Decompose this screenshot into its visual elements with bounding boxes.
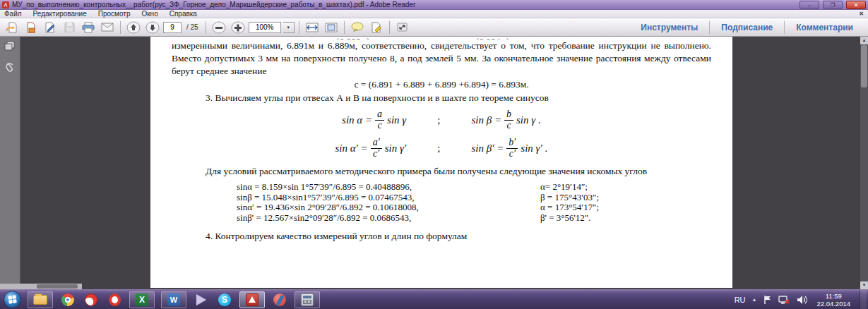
page-thumbnails-icon[interactable] xyxy=(4,41,16,51)
taskbar-media-player-button[interactable] xyxy=(193,291,210,308)
paragraph-step4: 4. Контролируем качество измерений углов… xyxy=(172,230,711,243)
fit-page-button[interactable] xyxy=(323,20,340,35)
word-icon: W xyxy=(167,293,180,306)
taskbar-excel-button[interactable]: X xyxy=(129,291,155,308)
toolbar-separator xyxy=(299,21,299,34)
chrome-icon xyxy=(61,293,74,306)
menu-window[interactable]: Окно xyxy=(141,10,157,18)
navigation-pane xyxy=(0,37,20,289)
close-button[interactable]: ✕ xyxy=(846,1,866,9)
adobe-reader-icon xyxy=(246,293,258,306)
minimize-button[interactable]: – xyxy=(799,1,819,9)
network-status-icon[interactable] xyxy=(778,295,790,305)
page-up-icon xyxy=(126,21,141,34)
print-icon xyxy=(82,22,95,33)
formula-rhs: sin γ xyxy=(516,114,535,126)
calc-line: sinα = 8.159×sin 1°57'39″/6.895 = 0.4048… xyxy=(237,182,711,193)
menubar-close-icon[interactable]: ✕ xyxy=(859,11,864,17)
taskbar-ccleaner-button[interactable] xyxy=(271,291,288,308)
email-button[interactable] xyxy=(99,20,116,35)
scroll-up-icon[interactable]: ▲ xyxy=(860,37,868,44)
document-page: полученных на поверхности (6.899м) и в ш… xyxy=(150,37,732,288)
zoom-out-icon xyxy=(212,21,226,34)
taskbar-skype-button[interactable]: S xyxy=(216,291,233,308)
formula-row-surface: sin α = ac sin γ ; sin β = bc sin γ . xyxy=(172,107,711,133)
taskbar-opera-button[interactable] xyxy=(106,291,123,308)
clock-time: 11:59 xyxy=(826,292,842,300)
print-button[interactable] xyxy=(80,20,97,35)
fraction: ac xyxy=(375,109,384,131)
page-down-icon xyxy=(145,21,160,34)
explorer-folder-icon xyxy=(33,295,47,305)
save-button[interactable] xyxy=(61,20,78,35)
menubar: Файл Редактирование Просмотр Окно Справк… xyxy=(0,10,868,18)
zoom-in-icon xyxy=(231,21,245,34)
toolbar-separator xyxy=(389,21,390,34)
taskbar-adobe-reader-button[interactable] xyxy=(239,291,265,308)
taskbar: X W S RU ▲ 11:59 22.04.2014 xyxy=(0,289,868,309)
taskbar-explorer-button[interactable] xyxy=(28,291,53,308)
comment-button[interactable] xyxy=(349,20,366,35)
sign-panel-button[interactable]: Подписание xyxy=(710,18,784,36)
zoom-out-button[interactable] xyxy=(210,20,227,35)
clock-date: 22.04.2014 xyxy=(816,300,850,308)
hidden-icons-button[interactable]: ▲ xyxy=(752,297,757,302)
comments-panel-button[interactable]: Комментарии xyxy=(785,18,864,36)
zoom-dropdown-button[interactable]: ▼ xyxy=(283,22,295,33)
media-player-icon xyxy=(196,294,206,305)
create-pdf-button[interactable] xyxy=(23,20,40,35)
start-button[interactable] xyxy=(4,291,21,308)
reader-area: полученных на поверхности (6.899м) и в ш… xyxy=(0,37,868,289)
toolbar-separator xyxy=(206,21,206,34)
language-indicator[interactable]: RU xyxy=(735,296,746,304)
fraction: b′c′ xyxy=(506,138,518,159)
taskbar-calculator-button[interactable] xyxy=(295,291,320,308)
sign-document-button[interactable] xyxy=(42,20,59,35)
sign-icon xyxy=(44,22,56,33)
page-number-input[interactable] xyxy=(163,22,182,33)
calculator-icon xyxy=(301,293,314,306)
menu-help[interactable]: Справка xyxy=(170,10,197,18)
action-center-flag-icon[interactable] xyxy=(763,295,772,305)
fullscreen-button[interactable] xyxy=(394,20,411,35)
taskbar-yandex-button[interactable] xyxy=(83,291,100,308)
scroll-down-icon[interactable]: ▼ xyxy=(860,281,868,289)
calc-line: sinβ' = 12.567×sin2°09′28″/6.892 = 0.068… xyxy=(237,213,711,224)
excel-icon: X xyxy=(136,293,148,306)
tools-panel-button[interactable]: Инструменты xyxy=(629,18,709,36)
next-page-button[interactable] xyxy=(144,20,161,35)
taskbar-chrome-button[interactable] xyxy=(59,291,76,308)
show-desktop-button[interactable] xyxy=(860,290,867,309)
formula-rhs: sin γ′ xyxy=(521,143,542,154)
scrollbar-thumb[interactable] xyxy=(37,284,78,289)
formula-average-c: с = (6.891 + 6.889 + 6.899 +6.894) = 6.8… xyxy=(172,79,711,90)
vertical-scrollbar[interactable]: ▲ ▼ xyxy=(860,37,868,289)
previous-page-button[interactable] xyxy=(125,20,142,35)
open-file-button[interactable] xyxy=(4,20,20,35)
fit-width-button[interactable] xyxy=(304,20,321,35)
toolbar-panels: Инструменты Подписание Комментарии xyxy=(629,18,864,36)
zoom-in-button[interactable] xyxy=(230,20,246,35)
email-icon xyxy=(101,23,114,32)
formula-lhs: sin α′ = xyxy=(335,143,367,154)
toolbar: / 25 100% ▼ Инструменты Подпи xyxy=(0,18,868,37)
attachments-paperclip-icon[interactable] xyxy=(5,61,15,75)
horizontal-scrollbar[interactable] xyxy=(0,284,82,289)
scrollbar-thumb[interactable] xyxy=(861,45,867,87)
menu-file[interactable]: Файл xyxy=(4,10,22,18)
restore-button[interactable]: ❐ xyxy=(823,1,843,9)
volume-icon[interactable] xyxy=(797,295,807,305)
formula-rhs: sin γ xyxy=(387,114,406,126)
menu-edit[interactable]: Редактирование xyxy=(33,10,87,18)
expand-arrows-icon xyxy=(397,23,408,32)
taskbar-clock[interactable]: 11:59 22.04.2014 xyxy=(816,292,850,308)
taskbar-word-button[interactable]: W xyxy=(161,291,186,308)
calculation-block: sinα = 8.159×sin 1°57'39″/6.895 = 0.4048… xyxy=(237,182,711,223)
opera-icon xyxy=(109,293,121,306)
paragraph-measurements: измеренными величинами, 6.891м и 6.889м,… xyxy=(172,40,711,78)
highlight-button[interactable] xyxy=(368,20,385,35)
formula-lhs: sin β = xyxy=(471,114,501,126)
menu-view[interactable]: Просмотр xyxy=(98,10,131,18)
zoom-level-value[interactable]: 100% xyxy=(249,22,281,33)
paragraph-step3: 3. Вычисляем углы при отвесах А и В на п… xyxy=(172,92,711,104)
